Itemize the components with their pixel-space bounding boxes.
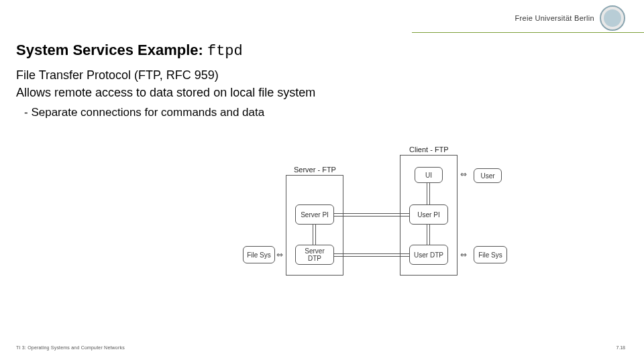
title-code: ftpd [207,43,243,60]
header-divider [0,32,644,33]
body-bullet-1: Separate connections for commands and da… [16,105,628,121]
footer-course-title: TI 3: Operating Systems and Computer Net… [16,345,125,350]
university-logo: Freie Universität Berlin [515,5,625,31]
ui-node: UI [415,167,443,183]
server-dtp-node: Server DTP [295,245,334,265]
server-pi-node: Server PI [295,204,334,225]
connector-pi-dtp-client [427,225,427,245]
connector-pi [334,213,409,214]
university-name: Freie Universität Berlin [515,14,594,22]
connector-pi-2 [334,216,409,217]
file-sys-left-node: File Sys [243,246,275,263]
bidir-arrow-icon: ⇔ [460,250,467,259]
connector-dtp [334,253,409,254]
user-node: User [474,168,502,183]
slide-body: File Transfer Protocol (FTP, RFC 959) Al… [16,67,628,121]
connector-pi-dtp-server [313,225,313,245]
connector-pi-dtp-server-2 [315,225,316,245]
university-seal-icon [600,5,625,31]
ftp-architecture-diagram: Server - FTP Client - FTP Server PI Serv… [248,144,564,305]
file-sys-right-node: File Sys [474,246,507,263]
client-group-label: Client - FTP [409,145,449,154]
user-dtp-node: User DTP [409,245,448,265]
connector-ui-pi [427,183,427,204]
user-pi-node: User PI [409,204,448,225]
bidir-arrow-icon: ⇔ [460,170,467,179]
title-prefix: System Services Example: [16,42,207,58]
connector-dtp-2 [334,256,409,257]
bidir-arrow-icon: ⇔ [276,250,283,259]
body-line-1: File Transfer Protocol (FTP, RFC 959) [16,67,628,83]
body-line-2: Allows remote access to data stored on l… [16,84,628,101]
connector-pi-dtp-client-2 [429,225,430,245]
footer-page-number: 7.18 [616,345,625,350]
connector-ui-pi-2 [429,183,430,204]
slide-title: System Services Example: ftpd [16,42,243,60]
server-group-label: Server - FTP [294,166,336,174]
